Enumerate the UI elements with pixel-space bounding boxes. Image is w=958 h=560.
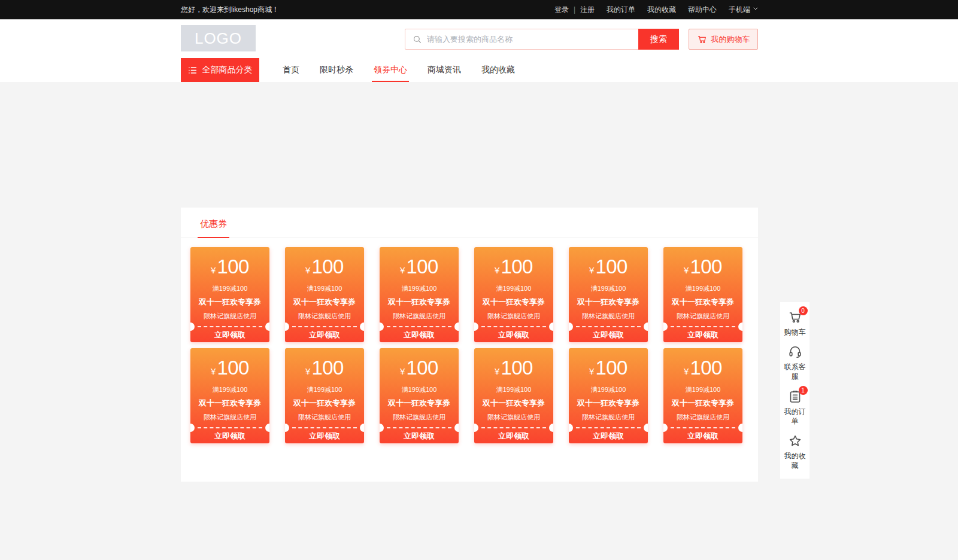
orders-badge: 1 — [799, 386, 808, 395]
register-link[interactable]: 注册 — [580, 5, 595, 15]
claim-coupon-button[interactable]: 立即领取 — [569, 327, 648, 342]
sidebar-item-my-favorites[interactable]: 我的收藏 — [784, 434, 806, 470]
star-icon — [788, 434, 802, 448]
coupon-name: 双十一狂欢专享券 — [569, 398, 648, 409]
headset-icon — [788, 345, 802, 359]
coupon-condition: 满199减100 — [569, 284, 648, 293]
coupon-amount: ¥100 — [285, 357, 364, 382]
notch-right — [454, 322, 459, 331]
coupon-condition: 满199减100 — [474, 385, 553, 394]
coupon-condition: 满199减100 — [190, 284, 269, 293]
claim-coupon-button[interactable]: 立即领取 — [190, 327, 269, 342]
coupon-tear-line — [190, 326, 269, 327]
login-link[interactable]: 登录 — [554, 5, 569, 15]
coupon-scope: 限林记旗舰店使用 — [285, 413, 364, 422]
coupon-card: ¥100 满199减100 双十一狂欢专享券 限林记旗舰店使用 立即领取 — [380, 348, 459, 443]
coupon-tear-line — [569, 427, 648, 428]
claim-coupon-button[interactable]: 立即领取 — [663, 327, 742, 342]
sidebar-item-my-orders[interactable]: 1 我的订单 — [784, 389, 806, 426]
notch-right — [265, 424, 269, 432]
coupon-condition: 满199减100 — [190, 385, 269, 394]
claim-coupon-button[interactable]: 立即领取 — [380, 428, 459, 443]
coupon-scope: 限林记旗舰店使用 — [569, 312, 648, 321]
coupon-condition: 满199减100 — [569, 385, 648, 394]
coupon-tear-line — [380, 427, 459, 428]
floating-sidebar: 0 购物车 联系客服 1 我的订单 我的收藏 — [780, 302, 810, 479]
topbar: 您好，欢迎来到likeshop商城！ 登录 | 注册 我的订单 我的收藏 帮助中… — [0, 0, 958, 20]
nav-item[interactable]: 我的收藏 — [471, 58, 525, 82]
welcome-text: 您好，欢迎来到likeshop商城！ — [181, 5, 279, 15]
coupon-scope: 限林记旗舰店使用 — [663, 312, 742, 321]
coupon-tear-line — [190, 427, 269, 428]
coupon-amount: ¥100 — [474, 357, 553, 382]
coupon-scope: 限林记旗舰店使用 — [474, 413, 553, 422]
claim-coupon-button[interactable]: 立即领取 — [190, 428, 269, 443]
nav-item[interactable]: 首页 — [272, 58, 310, 82]
my-orders-link[interactable]: 我的订单 — [607, 5, 635, 15]
coupon-amount: ¥100 — [190, 357, 269, 382]
coupon-condition: 满199减100 — [663, 385, 742, 394]
coupon-name: 双十一狂欢专享券 — [190, 297, 269, 308]
coupon-card: ¥100 满199减100 双十一狂欢专享券 限林记旗舰店使用 立即领取 — [190, 247, 269, 342]
claim-coupon-button[interactable]: 立即领取 — [380, 327, 459, 342]
coupon-card: ¥100 满199减100 双十一狂欢专享券 限林记旗舰店使用 立即领取 — [285, 348, 364, 443]
section-title-coupons[interactable]: 优惠券 — [198, 218, 229, 238]
logo[interactable]: LOGO — [181, 25, 256, 51]
coupon-condition: 满199减100 — [474, 284, 553, 293]
search-button[interactable]: 搜索 — [638, 29, 679, 50]
nav-item[interactable]: 商城资讯 — [417, 58, 471, 82]
coupon-scope: 限林记旗舰店使用 — [380, 413, 459, 422]
coupon-amount: ¥100 — [285, 255, 364, 281]
claim-coupon-button[interactable]: 立即领取 — [285, 327, 364, 342]
coupon-scope: 限林记旗舰店使用 — [474, 312, 553, 321]
site-header: LOGO 搜索 我的购物车 全部商品分类 首页 限时秒杀 领券中心 商城资讯 — [0, 20, 958, 82]
notch-right — [454, 424, 459, 432]
coupon-card: ¥100 满199减100 双十一狂欢专享券 限林记旗舰店使用 立即领取 — [285, 247, 364, 342]
claim-coupon-button[interactable]: 立即领取 — [569, 428, 648, 443]
notch-right — [738, 322, 742, 331]
topbar-links: 登录 | 注册 我的订单 我的收藏 帮助中心 手机端 — [554, 5, 758, 15]
sidebar-item-customer-service[interactable]: 联系客服 — [784, 345, 806, 381]
coupon-amount: ¥100 — [569, 357, 648, 382]
coupon-card: ¥100 满199减100 双十一狂欢专享券 限林记旗舰店使用 立即领取 — [663, 247, 742, 342]
coupon-scope: 限林记旗舰店使用 — [190, 413, 269, 422]
category-list-icon — [188, 66, 197, 75]
nav-links: 首页 限时秒杀 领券中心 商城资讯 我的收藏 — [272, 58, 525, 82]
claim-coupon-button[interactable]: 立即领取 — [285, 428, 364, 443]
coupon-name: 双十一狂欢专享券 — [380, 297, 459, 308]
coupon-tear-line — [285, 326, 364, 327]
coupon-panel: 优惠券 ¥100 满199减100 双十一狂欢专享券 限林记旗舰店使用 — [181, 208, 758, 482]
coupon-scope: 限林记旗舰店使用 — [380, 312, 459, 321]
main-navigation: 全部商品分类 首页 限时秒杀 领券中心 商城资讯 我的收藏 — [181, 58, 758, 82]
help-center-link[interactable]: 帮助中心 — [688, 5, 717, 15]
search-bar: 搜索 — [405, 29, 679, 50]
coupon-scope: 限林记旗舰店使用 — [190, 312, 269, 321]
cart-icon — [697, 34, 707, 44]
my-favorites-link[interactable]: 我的收藏 — [647, 5, 676, 15]
all-categories-button[interactable]: 全部商品分类 — [181, 58, 259, 82]
coupon-card: ¥100 满199减100 双十一狂欢专享券 限林记旗舰店使用 立即领取 — [474, 348, 553, 443]
sidebar-item-cart[interactable]: 0 购物车 — [784, 310, 806, 337]
link-divider: | — [574, 5, 575, 14]
search-input[interactable] — [427, 29, 638, 49]
claim-coupon-button[interactable]: 立即领取 — [474, 327, 553, 342]
coupon-amount: ¥100 — [190, 255, 269, 281]
coupon-name: 双十一狂欢专享券 — [190, 398, 269, 409]
coupon-grid: ¥100 满199减100 双十一狂欢专享券 限林记旗舰店使用 立即领取 ¥10 — [181, 238, 758, 482]
coupon-name: 双十一狂欢专享券 — [380, 398, 459, 409]
claim-coupon-button[interactable]: 立即领取 — [663, 428, 742, 443]
coupon-tear-line — [569, 326, 648, 327]
nav-item[interactable]: 领券中心 — [363, 58, 417, 82]
claim-coupon-button[interactable]: 立即领取 — [474, 428, 553, 443]
nav-item[interactable]: 限时秒杀 — [310, 58, 363, 82]
main-content: 优惠券 ¥100 满199减100 双十一狂欢专享券 限林记旗舰店使用 — [0, 208, 958, 482]
my-cart-button[interactable]: 我的购物车 — [689, 29, 758, 50]
coupon-tear-line — [380, 326, 459, 327]
coupon-tear-line — [285, 427, 364, 428]
coupon-name: 双十一狂欢专享券 — [569, 297, 648, 308]
mobile-link[interactable]: 手机端 — [729, 5, 758, 15]
coupon-card: ¥100 满199减100 双十一狂欢专享券 限林记旗舰店使用 立即领取 — [569, 348, 648, 443]
notch-right — [360, 424, 364, 432]
coupon-condition: 满199减100 — [285, 385, 364, 394]
notch-right — [644, 424, 648, 432]
